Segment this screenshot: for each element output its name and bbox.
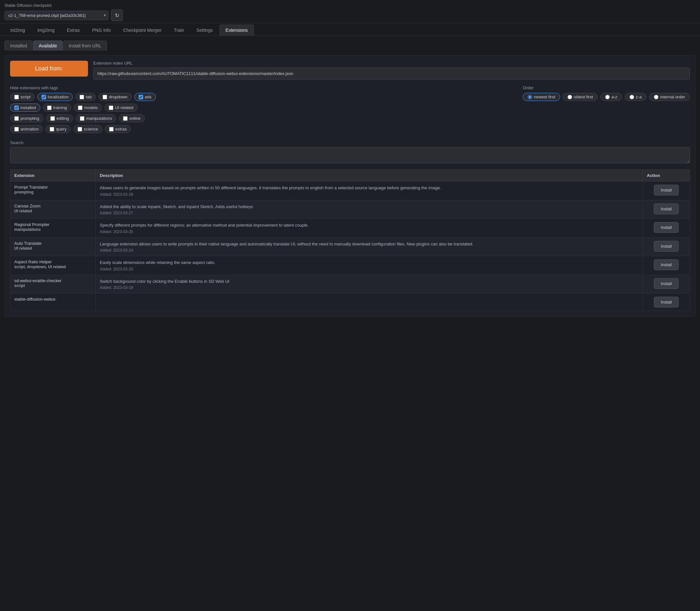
extension-index-url-input[interactable] xyxy=(93,68,690,79)
sub-tabs: Installed Available Install from URL xyxy=(4,41,696,51)
install-button[interactable]: Install xyxy=(654,278,679,289)
tag-animation[interactable]: animation xyxy=(10,125,43,133)
search-label: Search xyxy=(10,140,690,145)
tag-science[interactable]: science xyxy=(73,125,102,133)
tag-tab-checkbox[interactable] xyxy=(79,95,84,99)
ext-desc-cell: Language extension allows users to write… xyxy=(96,237,643,256)
tab-png-info[interactable]: PNG Info xyxy=(86,25,117,36)
tab-train[interactable]: Train xyxy=(168,25,190,36)
tag-training[interactable]: training xyxy=(43,104,71,112)
order-z-a-radio[interactable] xyxy=(629,95,634,99)
ext-name: Aspect Ratio Helper xyxy=(14,259,92,264)
order-internal-radio[interactable] xyxy=(654,95,658,99)
install-button[interactable]: Install xyxy=(654,222,679,233)
tag-online-checkbox[interactable] xyxy=(123,116,128,121)
tag-manipulations[interactable]: manipulations xyxy=(76,114,116,122)
ext-date: Added: 2023-03-27 xyxy=(100,211,639,215)
tag-tab[interactable]: tab xyxy=(75,93,96,101)
tag-extras-checkbox[interactable] xyxy=(109,127,114,132)
tag-dropdown[interactable]: dropdown xyxy=(99,93,132,101)
tag-manipulations-checkbox[interactable] xyxy=(80,116,85,121)
load-from-button[interactable]: Load from: xyxy=(10,61,88,77)
order-section: Order newest first oldest first a-z xyxy=(523,85,690,101)
tag-query[interactable]: query xyxy=(45,125,71,133)
search-section: Search xyxy=(10,140,690,164)
order-oldest-first-radio[interactable] xyxy=(567,95,572,99)
order-z-a-label: z-a xyxy=(636,94,642,99)
ext-desc-cell: Added the ability to scale Inpaint, Sket… xyxy=(96,200,643,219)
ext-desc-cell: Easily scale dimensions while retaining … xyxy=(96,256,643,275)
install-button[interactable]: Install xyxy=(654,204,679,214)
tag-editing[interactable]: editing xyxy=(46,114,73,122)
col-description: Description xyxy=(96,170,643,181)
subtab-available[interactable]: Available xyxy=(33,41,63,51)
tag-query-checkbox[interactable] xyxy=(50,127,54,132)
install-button[interactable]: Install xyxy=(654,241,679,252)
tag-script-checkbox[interactable] xyxy=(14,95,19,99)
subtab-install-from-url[interactable]: Install from URL xyxy=(63,41,107,51)
order-a-z[interactable]: a-z xyxy=(600,93,622,101)
order-z-a[interactable]: z-a xyxy=(625,93,646,101)
tag-dropdown-checkbox[interactable] xyxy=(103,95,107,99)
tag-localization-label: localization xyxy=(48,94,69,99)
order-newest-first-radio[interactable] xyxy=(527,95,532,99)
tab-checkpoint-merger[interactable]: Checkpoint Merger xyxy=(117,25,167,36)
ext-name-cell: Canvas ZoomUI related xyxy=(10,200,96,219)
load-from-row: Load from: Extension index URL xyxy=(10,61,690,79)
tab-extensions[interactable]: Extensions xyxy=(220,25,254,36)
tag-localization[interactable]: localization xyxy=(38,93,73,101)
tag-prompting[interactable]: prompting xyxy=(10,114,44,122)
tag-training-checkbox[interactable] xyxy=(47,105,51,110)
ext-tag: UI related xyxy=(14,246,32,251)
tab-settings[interactable]: Settings xyxy=(191,25,219,36)
table-row: Prompt TranslatorpromptingAllows users t… xyxy=(10,181,690,200)
tab-txt2img[interactable]: txt2img xyxy=(4,25,31,36)
tag-science-checkbox[interactable] xyxy=(78,127,82,132)
search-textarea[interactable] xyxy=(10,147,690,163)
tag-ui-related-checkbox[interactable] xyxy=(109,105,113,110)
tag-script[interactable]: script xyxy=(10,93,35,101)
tag-models[interactable]: models xyxy=(74,104,102,112)
tag-models-label: models xyxy=(84,105,98,110)
ext-tag: script, dropdown, UI related xyxy=(14,265,66,269)
install-button[interactable]: Install xyxy=(654,185,679,195)
tag-animation-checkbox[interactable] xyxy=(14,127,19,132)
install-button[interactable]: Install xyxy=(654,259,679,270)
order-newest-first[interactable]: newest first xyxy=(523,93,560,101)
subtab-installed[interactable]: Installed xyxy=(4,41,32,51)
install-button[interactable]: Install xyxy=(654,297,679,308)
checkpoint-refresh-button[interactable]: ↻ xyxy=(111,10,123,21)
extension-index-url-label: Extension index URL xyxy=(93,61,690,65)
tag-installed[interactable]: installed xyxy=(10,104,40,112)
content-area: Installed Available Install from URL Loa… xyxy=(0,36,700,321)
order-oldest-first[interactable]: oldest first xyxy=(563,93,598,101)
ext-desc-cell: Allows users to generate images based on… xyxy=(96,181,643,200)
tag-online[interactable]: online xyxy=(119,114,145,122)
ext-name: Prompt Translator xyxy=(14,185,92,190)
tag-extras[interactable]: extras xyxy=(105,125,131,133)
tag-script-label: script xyxy=(20,94,31,99)
tag-ads-label: ads xyxy=(145,94,152,99)
tag-models-checkbox[interactable] xyxy=(78,105,83,110)
ext-desc: Switch background color by clicking the … xyxy=(100,279,229,284)
ext-date: Added: 2023-03-20 xyxy=(100,267,639,271)
tag-ads[interactable]: ads xyxy=(134,93,156,101)
tags-row-1: script localization tab dropdown xyxy=(10,93,510,101)
tag-extras-label: extras xyxy=(115,126,126,132)
hide-tags-label: Hide extensions with tags xyxy=(10,85,510,90)
tab-extras[interactable]: Extras xyxy=(61,25,86,36)
ext-action-cell: Install xyxy=(643,219,690,238)
tag-installed-checkbox[interactable] xyxy=(14,105,19,110)
tag-prompting-checkbox[interactable] xyxy=(14,116,19,121)
ext-name: Regional Prompter xyxy=(14,222,92,227)
tag-localization-checkbox[interactable] xyxy=(42,95,46,99)
tag-ui-related-label: UI related xyxy=(115,105,133,110)
checkpoint-select[interactable]: v2-1_768-ema-pruned.ckpt [ad2a33c361] xyxy=(4,11,108,20)
tab-img2img[interactable]: img2img xyxy=(31,25,60,36)
order-a-z-radio[interactable] xyxy=(605,95,610,99)
tag-ads-checkbox[interactable] xyxy=(139,95,143,99)
tag-ui-related[interactable]: UI related xyxy=(105,104,137,112)
order-internal[interactable]: internal order xyxy=(649,93,690,101)
tag-editing-checkbox[interactable] xyxy=(50,116,55,121)
ext-desc: Allows users to generate images based on… xyxy=(100,185,441,190)
